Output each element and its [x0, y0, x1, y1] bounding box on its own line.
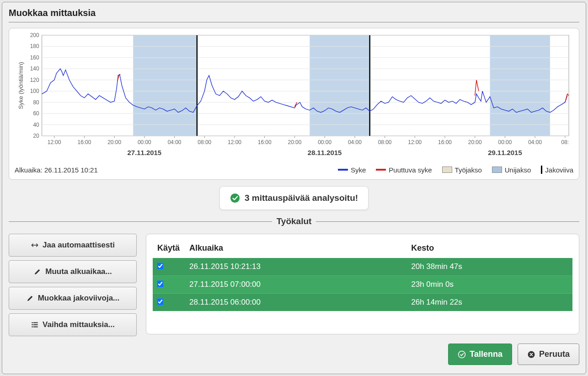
dialog-footer: Tallenna Peruuta [9, 344, 579, 365]
chart-card: 2040608010012014016018020012:0016:0020:0… [9, 28, 579, 180]
cancel-button[interactable]: Peruuta [518, 344, 579, 365]
heart-rate-chart[interactable]: 2040608010012014016018020012:0016:0020:0… [15, 33, 573, 161]
measurement-table-card: Käytä Alkuaika Kesto 26.11.2015 10:21:13… [146, 234, 579, 334]
pencil-icon [26, 294, 34, 302]
svg-text:04:00: 04:00 [168, 139, 182, 145]
chart-start-time: Alkuaika: 26.11.2015 10:21 [15, 166, 98, 174]
svg-text:00:00: 00:00 [498, 139, 512, 145]
use-checkbox[interactable] [157, 280, 163, 287]
svg-text:16:00: 16:00 [438, 139, 452, 145]
svg-text:12:00: 12:00 [228, 139, 241, 145]
pencil-icon [33, 268, 42, 276]
svg-text:180: 180 [30, 43, 39, 49]
change-start-button[interactable]: Muuta alkuaikaa... [9, 260, 137, 283]
svg-rect-3 [490, 35, 550, 136]
svg-text:04:00: 04:00 [528, 139, 542, 145]
svg-text:20:00: 20:00 [468, 139, 482, 145]
svg-text:16:00: 16:00 [78, 139, 91, 145]
status-chip: 3 mittauspäivää analysoitu! [219, 186, 369, 210]
svg-text:12:00: 12:00 [408, 139, 422, 145]
col-use: Käytä [153, 241, 185, 258]
svg-text:20: 20 [33, 133, 39, 139]
svg-text:08:00: 08:00 [378, 139, 392, 145]
svg-text:20:00: 20:00 [288, 139, 302, 145]
legend-sleep: Unijakso [492, 166, 531, 174]
svg-text:00:00: 00:00 [318, 139, 331, 145]
svg-text:60: 60 [33, 110, 39, 117]
svg-text:80: 80 [33, 99, 39, 106]
use-checkbox[interactable] [157, 298, 163, 305]
svg-text:100: 100 [30, 88, 39, 94]
svg-point-67 [459, 351, 465, 358]
tools-area: Jaa automaattisesti Muuta alkuaikaa... M… [9, 234, 579, 336]
svg-text:200: 200 [30, 33, 39, 38]
table-row[interactable]: 26.11.2015 10:21:1320h 38min 47s [153, 258, 572, 276]
cell-duration: 23h 0min 0s [406, 276, 572, 294]
svg-text:00:00: 00:00 [138, 139, 151, 145]
arrows-h-icon [31, 241, 39, 249]
cell-duration: 20h 38min 47s [406, 258, 572, 276]
dialog-title: Muokkaa mittauksia [9, 8, 579, 22]
svg-text:160: 160 [30, 54, 39, 61]
svg-rect-2 [310, 35, 369, 136]
measurement-table: Käytä Alkuaika Kesto 26.11.2015 10:21:13… [153, 241, 572, 311]
svg-text:28.11.2015: 28.11.2015 [308, 149, 342, 156]
table-row[interactable]: 27.11.2015 07:00:0023h 0min 0s [153, 276, 572, 294]
tools-divider: Työkalut [9, 216, 579, 226]
change-measurements-button[interactable]: Vaihda mittauksia... [9, 313, 137, 336]
legend-syke: Syke [338, 166, 366, 174]
svg-text:20:00: 20:00 [107, 139, 121, 145]
legend-work: Työjakso [442, 166, 482, 174]
cell-duration: 26h 14min 22s [406, 294, 572, 312]
svg-rect-0 [42, 35, 569, 136]
check-circle-icon [230, 193, 240, 203]
chart-footer: Alkuaika: 26.11.2015 10:21 Syke Puuttuva… [15, 166, 573, 174]
tool-buttons: Jaa automaattisesti Muuta alkuaikaa... M… [9, 234, 137, 336]
table-row[interactable]: 28.11.2015 06:00:0026h 14min 22s [153, 294, 572, 312]
svg-text:120: 120 [30, 77, 39, 83]
auto-split-button[interactable]: Jaa automaattisesti [9, 234, 137, 257]
edit-measurements-dialog: Muokkaa mittauksia 204060801001201401601… [2, 2, 586, 374]
list-icon [31, 321, 39, 329]
svg-text:08:00: 08:00 [198, 139, 211, 145]
cell-start: 28.11.2015 06:00:00 [185, 294, 406, 312]
cell-start: 26.11.2015 10:21:13 [185, 258, 406, 276]
check-circle-icon [458, 350, 466, 359]
svg-text:140: 140 [30, 65, 39, 72]
use-checkbox[interactable] [157, 263, 163, 269]
legend-missing: Puuttuva syke [376, 166, 432, 174]
svg-rect-1 [133, 35, 197, 136]
svg-text:16:00: 16:00 [258, 139, 272, 145]
col-start: Alkuaika [185, 241, 406, 258]
status-message: 3 mittauspäivää analysoitu! [245, 193, 358, 203]
edit-dividers-button[interactable]: Muokkaa jakoviivoja... [9, 287, 137, 310]
svg-text:40: 40 [33, 122, 39, 128]
svg-text:27.11.2015: 27.11.2015 [128, 149, 162, 156]
cell-start: 27.11.2015 07:00:00 [185, 276, 406, 294]
col-duration: Kesto [406, 241, 572, 258]
legend-divider: Jakoviiva [541, 166, 573, 174]
svg-text:08:: 08: [561, 139, 569, 145]
svg-text:Syke (lyöntiä/min): Syke (lyöntiä/min) [17, 62, 24, 109]
svg-text:29.11.2015: 29.11.2015 [488, 149, 522, 156]
svg-point-66 [230, 193, 240, 203]
svg-text:04:00: 04:00 [348, 139, 362, 145]
save-button[interactable]: Tallenna [448, 344, 512, 365]
svg-text:12:00: 12:00 [48, 139, 61, 145]
close-circle-icon [527, 350, 535, 359]
